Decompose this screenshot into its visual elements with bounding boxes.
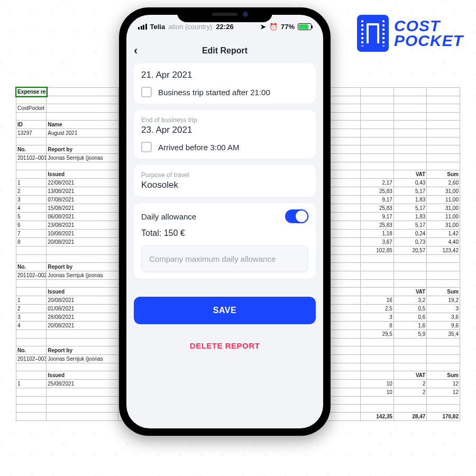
- delete-report-button[interactable]: DELETE REPORT: [134, 341, 316, 350]
- arrived-early-checkbox[interactable]: [141, 142, 152, 152]
- start-late-checkbox[interactable]: [141, 87, 152, 97]
- alarm-icon: ⏰: [269, 23, 278, 31]
- end-date-card[interactable]: End of business trip 23. Apr 2021 Arrive…: [134, 110, 316, 159]
- brand-line1: COST: [394, 19, 463, 34]
- navbar: ‹ Edit Report: [126, 38, 323, 63]
- battery-pct: 77%: [281, 23, 295, 31]
- phone-screen: Telia ation (country) 22:26 ➤ ⏰ 77% ‹ Ed…: [126, 15, 323, 428]
- brand-line2: POCKET: [394, 33, 463, 49]
- brand-logo: COST POCKET: [357, 15, 463, 52]
- page-title: Edit Report: [202, 46, 248, 56]
- start-late-label: Business trip started after 21:00: [158, 88, 270, 97]
- back-button[interactable]: ‹: [134, 44, 138, 58]
- start-date-value: 21. Apr 2021: [141, 70, 308, 80]
- start-date-card[interactable]: 21. Apr 2021 Business trip started after…: [134, 63, 316, 104]
- battery-icon: [298, 23, 312, 30]
- end-date-value: 23. Apr 2021: [141, 125, 308, 135]
- allowance-total: Total: 150 €: [141, 228, 308, 238]
- status-shadow-text: ation (country): [168, 23, 212, 31]
- location-icon: ➤: [260, 23, 266, 31]
- end-date-label: End of business trip: [141, 116, 308, 124]
- allowance-toggle[interactable]: [285, 209, 308, 223]
- notch: [177, 7, 272, 22]
- purpose-card[interactable]: Purpose of travel Koosolek: [134, 165, 316, 197]
- save-button[interactable]: SAVE: [134, 297, 316, 324]
- phone-frame: Telia ation (country) 22:26 ➤ ⏰ 77% ‹ Ed…: [119, 7, 331, 436]
- arrived-early-label: Arrived before 3:00 AM: [158, 143, 239, 152]
- status-time: 22:26: [216, 23, 233, 31]
- carrier-label: Telia: [150, 23, 166, 31]
- allowance-title: Daily allowance: [141, 212, 196, 221]
- signal-icon: [138, 24, 147, 30]
- purpose-label: Purpose of travel: [141, 171, 308, 179]
- allowance-max-input[interactable]: Company maximum daily allowance: [141, 245, 308, 272]
- allowance-card: Daily allowance Total: 150 € Company max…: [134, 203, 316, 279]
- purpose-value: Koosolek: [141, 180, 308, 190]
- brand-icon: [357, 15, 389, 52]
